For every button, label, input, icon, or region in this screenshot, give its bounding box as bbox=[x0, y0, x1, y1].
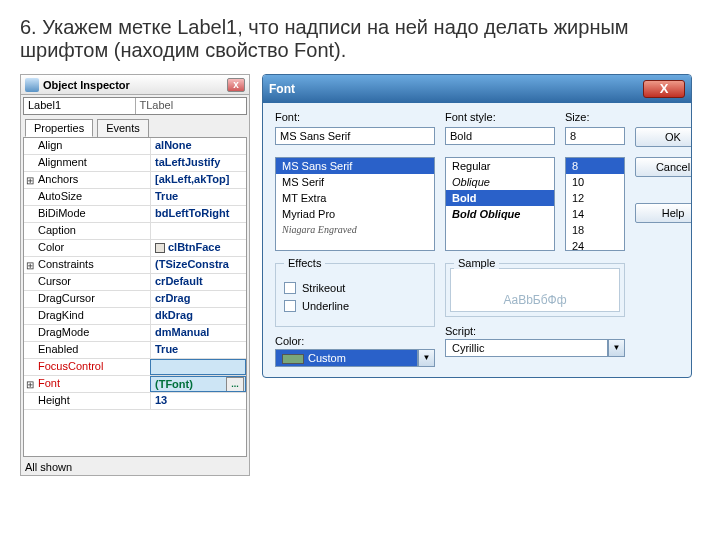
list-item[interactable]: Oblique bbox=[446, 174, 554, 190]
prop-value[interactable] bbox=[150, 223, 246, 239]
instruction-text: 6. Укажем метке Label1, что надписи на н… bbox=[0, 0, 720, 74]
script-combo[interactable]: Cyrillic ▼ bbox=[445, 339, 625, 357]
list-item[interactable]: 14 bbox=[566, 206, 624, 222]
sample-preview: АаВbБбФф bbox=[450, 268, 620, 312]
list-item[interactable]: Bold Oblique bbox=[446, 206, 554, 222]
size-input[interactable]: 8 bbox=[565, 127, 625, 145]
prop-value[interactable]: crDefault bbox=[150, 274, 246, 290]
list-item[interactable]: 18 bbox=[566, 222, 624, 238]
expand-icon[interactable]: ⊞ bbox=[24, 257, 36, 273]
window-title: Font bbox=[269, 82, 295, 96]
list-item[interactable]: MS Sans Serif bbox=[276, 158, 434, 174]
cancel-button[interactable]: Cancel bbox=[635, 157, 692, 177]
effects-group-label: Effects bbox=[284, 257, 325, 269]
prop-label[interactable]: DragCursor bbox=[36, 291, 150, 307]
prop-value[interactable]: [akLeft,akTop] bbox=[150, 172, 246, 188]
size-list[interactable]: 8 10 12 14 18 24 bbox=[565, 157, 625, 251]
prop-label[interactable]: DragMode bbox=[36, 325, 150, 341]
prop-label[interactable]: Font bbox=[36, 376, 150, 392]
chevron-down-icon[interactable]: ▼ bbox=[418, 349, 435, 367]
expand-icon[interactable]: ⊞ bbox=[24, 172, 36, 188]
list-item[interactable]: Myriad Pro bbox=[276, 206, 434, 222]
prop-value[interactable]: clBtnFace bbox=[150, 240, 246, 256]
prop-value[interactable]: 13 bbox=[150, 393, 246, 409]
tab-events[interactable]: Events bbox=[97, 119, 149, 137]
component-class: TLabel bbox=[136, 98, 247, 114]
sample-group-label: Sample bbox=[454, 257, 499, 269]
help-button[interactable]: Help bbox=[635, 203, 692, 223]
list-item[interactable]: Niagara Engraved bbox=[276, 222, 434, 237]
effects-group: Effects Strikeout Underline bbox=[275, 263, 435, 327]
font-dialog-window: Font X Font: Font style: Size: MS Sans S… bbox=[262, 74, 692, 378]
font-list[interactable]: MS Sans Serif MS Serif MT Extra Myriad P… bbox=[275, 157, 435, 251]
color-label: Color: bbox=[275, 335, 435, 347]
object-inspector-window: Object Inspector x Label1 TLabel Propert… bbox=[20, 74, 250, 476]
font-input[interactable]: MS Sans Serif bbox=[275, 127, 435, 145]
prop-label[interactable]: Enabled bbox=[36, 342, 150, 358]
list-item[interactable]: MT Extra bbox=[276, 190, 434, 206]
list-item[interactable]: 10 bbox=[566, 174, 624, 190]
chevron-down-icon[interactable]: ▼ bbox=[608, 339, 625, 357]
prop-label[interactable]: DragKind bbox=[36, 308, 150, 324]
prop-label[interactable]: Alignment bbox=[36, 155, 150, 171]
list-item[interactable]: Bold bbox=[446, 190, 554, 206]
font-style-label: Font style: bbox=[445, 111, 555, 123]
prop-label[interactable]: Anchors bbox=[36, 172, 150, 188]
prop-label[interactable]: BiDiMode bbox=[36, 206, 150, 222]
status-text: All shown bbox=[21, 459, 249, 475]
component-combo[interactable]: Label1 TLabel bbox=[23, 97, 247, 115]
font-dialog-titlebar[interactable]: Font X bbox=[263, 75, 691, 103]
sample-group: Sample АаВbБбФф bbox=[445, 263, 625, 317]
prop-value[interactable]: True bbox=[150, 189, 246, 205]
prop-label[interactable]: Height bbox=[36, 393, 150, 409]
prop-label[interactable]: Constraints bbox=[36, 257, 150, 273]
tab-properties[interactable]: Properties bbox=[25, 119, 93, 137]
size-label: Size: bbox=[565, 111, 625, 123]
object-inspector-titlebar[interactable]: Object Inspector x bbox=[21, 75, 249, 95]
window-title: Object Inspector bbox=[43, 79, 130, 91]
prop-value[interactable]: dmManual bbox=[150, 325, 246, 341]
prop-value[interactable]: alNone bbox=[150, 138, 246, 154]
script-label: Script: bbox=[445, 325, 625, 337]
property-grid[interactable]: AlignalNone AlignmenttaLeftJustify ⊞Anch… bbox=[23, 137, 247, 457]
color-combo[interactable]: Custom ▼ bbox=[275, 349, 435, 367]
tabs: Properties Events bbox=[25, 119, 249, 137]
ellipsis-button[interactable]: ... bbox=[226, 377, 244, 392]
prop-label[interactable]: FocusControl bbox=[36, 359, 150, 375]
list-item[interactable]: MS Serif bbox=[276, 174, 434, 190]
list-item[interactable]: Regular bbox=[446, 158, 554, 174]
prop-value[interactable]: dkDrag bbox=[150, 308, 246, 324]
close-icon[interactable]: x bbox=[227, 78, 245, 92]
prop-label[interactable]: Cursor bbox=[36, 274, 150, 290]
prop-label[interactable]: AutoSize bbox=[36, 189, 150, 205]
prop-value[interactable]: True bbox=[150, 342, 246, 358]
prop-value[interactable] bbox=[150, 359, 246, 375]
prop-label[interactable]: Caption bbox=[36, 223, 150, 239]
ok-button[interactable]: OK bbox=[635, 127, 692, 147]
list-item[interactable]: 24 bbox=[566, 238, 624, 251]
font-style-list[interactable]: Regular Oblique Bold Bold Oblique bbox=[445, 157, 555, 251]
font-style-input[interactable]: Bold bbox=[445, 127, 555, 145]
prop-value[interactable]: taLeftJustify bbox=[150, 155, 246, 171]
list-item[interactable]: 8 bbox=[566, 158, 624, 174]
component-name: Label1 bbox=[24, 98, 136, 114]
prop-value[interactable]: (TFont)... bbox=[150, 376, 246, 392]
close-icon[interactable]: X bbox=[643, 80, 685, 98]
prop-value[interactable]: crDrag bbox=[150, 291, 246, 307]
font-label: Font: bbox=[275, 111, 435, 123]
strikeout-checkbox[interactable]: Strikeout bbox=[284, 282, 426, 294]
list-item[interactable]: 12 bbox=[566, 190, 624, 206]
prop-label[interactable]: Color bbox=[36, 240, 150, 256]
color-swatch bbox=[155, 243, 165, 253]
app-icon bbox=[25, 78, 39, 92]
expand-icon[interactable]: ⊞ bbox=[24, 376, 36, 392]
prop-value[interactable]: (TSizeConstra bbox=[150, 257, 246, 273]
color-swatch bbox=[282, 354, 304, 364]
prop-label[interactable]: Align bbox=[36, 138, 150, 154]
underline-checkbox[interactable]: Underline bbox=[284, 300, 426, 312]
prop-value[interactable]: bdLeftToRight bbox=[150, 206, 246, 222]
